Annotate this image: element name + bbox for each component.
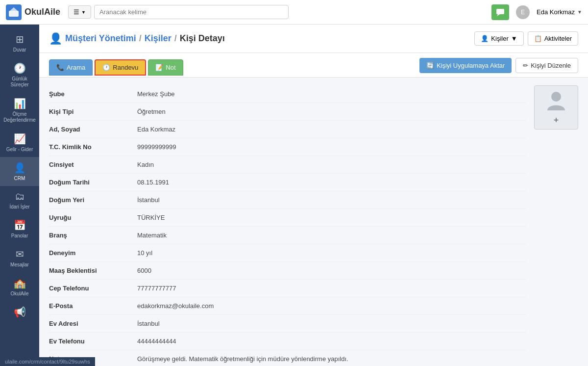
ev-adres-value: İstanbul [137, 320, 160, 327]
sidebar-label-mesajlar: Mesajlar [10, 262, 29, 267]
duzenle-label: Kişiyi Düzenle [531, 62, 571, 69]
sidebar-item-megaphone[interactable]: 📢 [0, 301, 39, 323]
dogum-tarihi-label: Doğum Tarihi [49, 179, 137, 186]
detail-table: Şube Merkez Şube Kişi Tipi Öğretmen Ad, … [49, 85, 526, 366]
sidebar-item-duvar[interactable]: ⊞ Duvar [0, 28, 39, 57]
ad-soyad-value: Eda Korkmaz [137, 126, 175, 133]
ad-soyad-label: Ad, Soyad [49, 126, 137, 133]
row-dogum-yeri: Doğum Yeri İstanbul [49, 191, 526, 209]
svg-marker-3 [497, 14, 500, 16]
search-menu-button[interactable]: ☰ ▼ [68, 5, 91, 19]
ev-telefon-value: 44444444444 [137, 338, 176, 345]
sidebar-label-idari: İdari İşler [9, 204, 29, 209]
row-maas: Maaş Beklentisi 6000 [49, 262, 526, 280]
kisi-tipi-value: Öğretmen [137, 108, 166, 115]
hamburger-icon: ☰ [74, 8, 79, 16]
dogum-yeri-label: Doğum Yeri [49, 196, 137, 204]
svg-marker-1 [9, 7, 18, 11]
row-dogum-tarihi: Doğum Tarihi 08.15.1991 [49, 174, 526, 191]
kisiler-button[interactable]: 👤 Kişiler ▼ [474, 31, 523, 46]
sidebar-item-panolar[interactable]: 📅 Panolar [0, 214, 39, 243]
tab-randevu[interactable]: 🕐 Randevu [95, 59, 146, 76]
aktar-button[interactable]: 🔄 Kişiyi Uygulamaya Aktar [419, 58, 512, 73]
deneyim-label: Deneyim [49, 249, 137, 257]
crm-icon: 👤 [14, 162, 26, 174]
svg-rect-2 [496, 9, 504, 14]
logo-text: OkulAile [24, 7, 60, 17]
aktiviteler-button[interactable]: 📋 Aktiviteler [528, 31, 578, 46]
sube-value: Merkez Şube [137, 90, 175, 98]
uyrugu-label: Uyruğu [49, 214, 137, 221]
sidebar-item-idari[interactable]: 🗂 İdari İşler [0, 186, 39, 214]
tab-arama[interactable]: 📞 Arama [49, 59, 93, 76]
sube-label: Şube [49, 90, 137, 98]
main-layout: ⊞ Duvar 🕐 GünlükSüreçler 📊 ÖlçmeDeğerlen… [0, 25, 588, 366]
row-kisi-tipi: Kişi Tipi Öğretmen [49, 103, 526, 121]
sidebar-item-crm[interactable]: 👤 CRM [0, 157, 39, 186]
uyrugu-value: TÜRKİYE [137, 214, 165, 221]
page-header: 👤 Müşteri Yönetimi / Kişiler / Kişi Deta… [39, 25, 588, 53]
ev-adres-label: Ev Adresi [49, 320, 137, 327]
tc-value: 99999999999 [137, 143, 176, 151]
sidebar-item-gelir[interactable]: 📈 Gelir - Gider [0, 128, 39, 157]
search-input[interactable] [94, 5, 289, 19]
logo-icon [6, 4, 22, 20]
aktar-label: Kişiyi Uygulamaya Aktar [437, 62, 505, 69]
user-avatar: E [516, 5, 530, 19]
tabs-bar: 📞 Arama 🕐 Randevu 📝 Not 🔄 Kişiyi Uygulam… [39, 53, 588, 78]
user-menu[interactable]: Eda Korkmaz ▼ [537, 8, 582, 16]
aktar-icon: 🔄 [426, 62, 434, 69]
arama-tab-icon: 📞 [56, 64, 64, 71]
tabs-left: 📞 Arama 🕐 Randevu 📝 Not [49, 59, 183, 76]
row-not: Not Görüşmeye geldi. Matematik öğretmenl… [49, 350, 526, 366]
randevu-tab-label: Randevu [113, 64, 138, 71]
idari-icon: 🗂 [15, 191, 24, 202]
sidebar-item-okulaile[interactable]: 🏫 OkulAile [0, 272, 39, 301]
sidebar-label-crm: CRM [14, 176, 25, 181]
breadcrumb-section[interactable]: Kişiler [145, 33, 172, 44]
cinsiyet-value: Kadın [137, 161, 154, 168]
duvar-icon: ⊞ [16, 33, 24, 45]
row-ad-soyad: Ad, Soyad Eda Korkmaz [49, 121, 526, 138]
breadcrumb-sep-2: / [174, 33, 177, 44]
row-ev-adres: Ev Adresi İstanbul [49, 315, 526, 333]
dogum-tarihi-value: 08.15.1991 [137, 179, 169, 186]
sidebar-item-olcme[interactable]: 📊 ÖlçmeDeğerlendirme [0, 93, 39, 128]
sidebar-item-mesajlar[interactable]: ✉ Mesajlar [0, 243, 39, 272]
cep-label: Cep Telefonu [49, 285, 137, 292]
tab-not[interactable]: 📝 Not [148, 59, 183, 76]
breadcrumb-module[interactable]: Müşteri Yönetimi [65, 33, 136, 44]
not-tab-icon: 📝 [155, 64, 163, 71]
navbar-right: E Eda Korkmaz ▼ [491, 4, 582, 20]
aktiviteler-icon: 📋 [534, 35, 542, 42]
search-area: ☰ ▼ [68, 5, 289, 19]
deneyim-value: 10 yıl [137, 249, 152, 257]
cep-value: 77777777777 [137, 285, 176, 292]
randevu-tab-icon: 🕐 [102, 64, 110, 71]
sidebar-item-gunluk[interactable]: 🕐 GünlükSüreçler [0, 57, 39, 93]
chat-button[interactable] [491, 4, 509, 20]
aktiviteler-label: Aktiviteler [544, 35, 572, 42]
cinsiyet-label: Cinsiyet [49, 161, 137, 168]
kisi-tipi-label: Kişi Tipi [49, 108, 137, 115]
row-cep: Cep Telefonu 77777777777 [49, 280, 526, 297]
page-header-actions: 👤 Kişiler ▼ 📋 Aktiviteler [474, 31, 578, 46]
avatar-placeholder[interactable]: + [534, 85, 578, 130]
gelir-icon: 📈 [14, 133, 26, 145]
sidebar-label-olcme: ÖlçmeDeğerlendirme [3, 111, 36, 123]
tabs-right: 🔄 Kişiyi Uygulamaya Aktar ✏ Kişiyi Düzen… [419, 58, 578, 77]
breadcrumb: 👤 Müşteri Yönetimi / Kişiler / Kişi Deta… [49, 32, 225, 45]
panolar-icon: 📅 [14, 219, 26, 231]
duzenle-button[interactable]: ✏ Kişiyi Düzenle [515, 58, 578, 73]
svg-point-4 [551, 92, 561, 102]
status-bar: ulaile.com/crm/contact/9ltu29suwhs [0, 357, 95, 366]
row-eposta: E-Posta edakorkmaz@okulaile.com [49, 297, 526, 315]
main-content: 👤 Müşteri Yönetimi / Kişiler / Kişi Deta… [39, 25, 588, 366]
ev-telefon-label: Ev Telefonu [49, 338, 137, 345]
gunluk-icon: 🕐 [14, 62, 26, 74]
user-name: Eda Korkmaz [537, 8, 575, 16]
dogum-yeri-value: İstanbul [137, 196, 160, 204]
maas-value: 6000 [137, 267, 151, 274]
row-cinsiyet: Cinsiyet Kadın [49, 156, 526, 174]
duzenle-icon: ✏ [523, 62, 528, 69]
